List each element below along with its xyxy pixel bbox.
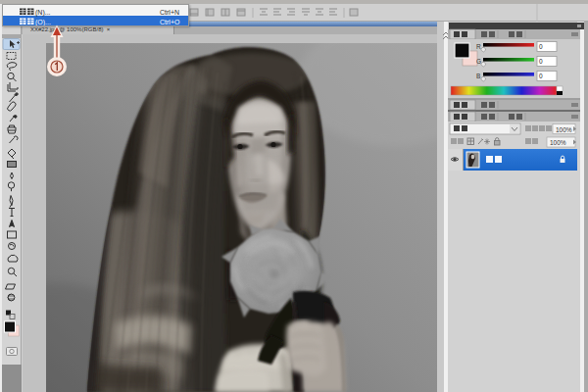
svg-text:Ctrl+N: Ctrl+N [160, 9, 179, 16]
svg-text:(N)...: (N)... [35, 9, 51, 17]
svg-text:0: 0 [539, 58, 543, 65]
svg-text:100%: 100% [556, 126, 572, 133]
svg-text:Ctrl+O: Ctrl+O [160, 19, 180, 25]
svg-text:G: G [476, 58, 481, 65]
svg-text:0: 0 [539, 43, 543, 50]
svg-text:0: 0 [539, 73, 543, 79]
svg-text:B: B [476, 73, 480, 79]
svg-text:100%: 100% [550, 139, 566, 146]
svg-text:R: R [476, 43, 481, 50]
